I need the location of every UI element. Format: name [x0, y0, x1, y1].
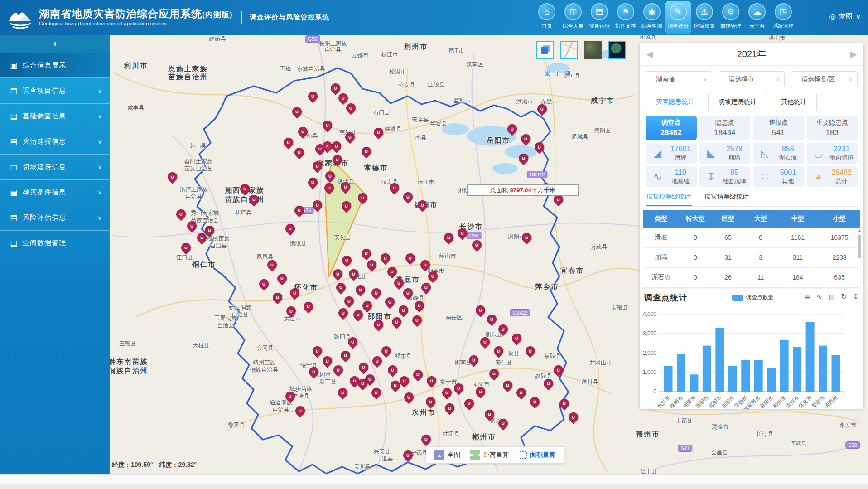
- hazard-marker-glyph: ∪: [188, 222, 196, 230]
- hscrollbar-strip[interactable]: [0, 474, 868, 484]
- county-select[interactable]: 请选择县/区∨: [791, 71, 858, 87]
- nav-item-调查评价[interactable]: ✎调查评价: [665, 1, 691, 34]
- tab-灾害隐患统计[interactable]: 灾害隐患统计: [646, 93, 704, 111]
- layers-toggle-button[interactable]: [536, 41, 554, 59]
- nav-item-数据管理[interactable]: ⚙数据管理: [718, 1, 744, 34]
- hazard-marker-glyph: ∪: [526, 347, 535, 355]
- prev-year-button[interactable]: ◀: [640, 49, 660, 59]
- survey-bar-chart: 01,0002,0003,0004,000长沙市株洲市湘潭市衡阳市邵阳市岳阳市常…: [640, 289, 863, 409]
- data-view-icon[interactable]: ≣: [804, 292, 810, 301]
- city-select[interactable]: 请选择市∨: [719, 71, 785, 87]
- hazard-marker-glyph: ∪: [481, 338, 489, 346]
- next-year-button[interactable]: ▶: [844, 49, 863, 59]
- nav-item-指挥支撑[interactable]: ⚑指挥支撑: [612, 1, 639, 34]
- ground-fissure-icon: ∿: [650, 171, 665, 183]
- stat-card-地面沉降[interactable]: ↧85地面沉降: [699, 166, 751, 187]
- nav-item-云平台[interactable]: ☁云平台: [744, 1, 770, 34]
- bar-株洲市[interactable]: [677, 354, 685, 392]
- hazard-marker-glyph: ∪: [544, 379, 553, 388]
- sidebar-item-灾情速报信息[interactable]: ▤灾情速报信息∨: [0, 129, 110, 155]
- bar-常德市[interactable]: [741, 360, 750, 392]
- hazard-marker-glyph: ∪: [517, 388, 526, 397]
- bar-娄底市[interactable]: [819, 346, 827, 392]
- sidebar-item-调查项目信息[interactable]: ▤调查项目信息∨: [0, 78, 110, 104]
- table-scrollbar[interactable]: ▲ ▼: [857, 228, 863, 289]
- nav-item-首页[interactable]: ⌂首页: [534, 1, 560, 34]
- subtab-按灾情等级统计[interactable]: 按灾情等级统计: [704, 193, 750, 206]
- satellite-basemap-button[interactable]: [584, 41, 602, 59]
- nav-item-综合监测[interactable]: ◉综合监测: [639, 1, 665, 34]
- select-value: 请选择市: [729, 75, 776, 83]
- vector-basemap-button[interactable]: [560, 41, 578, 59]
- bar-怀化市[interactable]: [806, 322, 815, 392]
- download-icon[interactable]: ↧: [853, 292, 859, 301]
- subtab-按规模等级统计[interactable]: 按规模等级统计: [646, 193, 692, 206]
- hazard-marker-glyph: ∪: [494, 347, 503, 355]
- tab-切坡建房统计[interactable]: 切坡建房统计: [708, 93, 767, 111]
- hazard-marker-glyph: ∪: [415, 301, 424, 310]
- bar-衡阳市[interactable]: [703, 346, 711, 392]
- chevron-down-icon: ∨: [849, 76, 853, 82]
- stat-value: 2231: [826, 145, 858, 153]
- area-measure-icon: [519, 451, 527, 459]
- sidebar-item-风险评估信息[interactable]: ▤风险评估信息∨: [0, 205, 110, 231]
- stat-card-滑坡[interactable]: ◢17601滑坡: [646, 143, 697, 164]
- sidebar-collapse-button[interactable]: ‹: [0, 35, 110, 53]
- sidebar-item-空间数据管理[interactable]: ▤空间数据管理: [0, 231, 110, 256]
- stat-label: 调查点: [646, 119, 697, 127]
- hazard-marker-glyph: ∪: [241, 184, 249, 193]
- bar-chart-icon[interactable]: ▥: [828, 292, 835, 301]
- distance-measure-button[interactable]: 距离量算: [470, 450, 509, 460]
- user-menu[interactable]: ◎ 梦图 ∨: [829, 12, 861, 21]
- globe-basemap-button[interactable]: [608, 41, 626, 59]
- year-label: 2021年: [660, 48, 844, 60]
- nav-item-业务运行[interactable]: ▤业务运行: [586, 1, 612, 34]
- bar-邵阳市[interactable]: [715, 328, 724, 392]
- table-cell: 395: [777, 287, 819, 289]
- hazard-marker-glyph: ∪: [391, 381, 400, 390]
- stat-card-泥石流[interactable]: ◺856泥石流: [753, 143, 804, 164]
- stat-card-隐患点[interactable]: 隐患点18434: [699, 116, 751, 140]
- nav-item-区域预警[interactable]: ⚠区域预警: [691, 1, 718, 34]
- scroll-up-icon[interactable]: ▲: [857, 228, 863, 234]
- nav-item-系统管理[interactable]: ◳系统管理: [770, 1, 796, 34]
- nav-item-综合大屏[interactable]: ◫综合大屏: [560, 1, 586, 34]
- sidebar-item-孕灾条件信息[interactable]: ▤孕灾条件信息∨: [0, 180, 110, 205]
- nav-item-label: 系统管理: [771, 22, 796, 29]
- province-select[interactable]: 湖南省∨: [646, 71, 712, 87]
- stat-value: 85: [719, 169, 751, 177]
- stat-card-地面塌陷[interactable]: ◡2231地面塌陷: [807, 143, 858, 164]
- bar-湘西州[interactable]: [832, 355, 840, 392]
- bar-郴州市[interactable]: [780, 340, 789, 392]
- sidebar-item-综合信息展示[interactable]: ▣综合信息展示: [0, 53, 110, 78]
- stat-card-其他[interactable]: ∷5001其他: [753, 166, 804, 187]
- hazard-marker-glyph: ∪: [406, 254, 415, 262]
- bar-长沙市[interactable]: [664, 366, 673, 392]
- scrollbar-thumb[interactable]: [858, 235, 861, 258]
- stat-card-地裂缝[interactable]: ∿110地裂缝: [646, 166, 697, 187]
- chevron-down-icon: ∨: [97, 189, 102, 196]
- refresh-icon[interactable]: ↻: [841, 292, 847, 301]
- stat-card-崩塌[interactable]: ◣2578崩塌: [699, 143, 751, 164]
- area-measure-button[interactable]: 面积量算: [519, 451, 555, 459]
- stat-card-速报点[interactable]: 速报点541: [753, 116, 804, 140]
- bar-湘潭市[interactable]: [690, 374, 698, 392]
- line-chart-icon[interactable]: ∿: [816, 292, 822, 301]
- bar-益阳市[interactable]: [767, 368, 776, 392]
- hazard-marker-glyph: ∪: [443, 388, 451, 397]
- chart-legend[interactable]: 调查点数量: [732, 294, 773, 301]
- bar-岳阳市[interactable]: [728, 366, 737, 392]
- hazard-marker-glyph: ∪: [390, 184, 399, 192]
- hazard-marker-glyph: ∪: [367, 261, 376, 269]
- sidebar-item-基础调查信息[interactable]: ▤基础调查信息∨: [0, 104, 110, 129]
- sidebar-item-切坡建房信息[interactable]: ▤切坡建房信息∨: [0, 155, 110, 180]
- table-cell: 75: [712, 287, 744, 289]
- tab-其他统计[interactable]: 其他统计: [771, 93, 817, 111]
- full-extent-button[interactable]: ▴ 全图: [434, 450, 460, 460]
- stat-card-总计[interactable]: ◕28462总计: [807, 166, 858, 187]
- stat-card-重要隐患点[interactable]: 重要隐患点183: [807, 116, 858, 140]
- bar-永州市[interactable]: [793, 347, 801, 392]
- stat-label: 崩塌: [719, 154, 751, 162]
- stat-card-调查点[interactable]: 调查点28462: [646, 116, 697, 140]
- bar-张家界市[interactable]: [754, 360, 763, 392]
